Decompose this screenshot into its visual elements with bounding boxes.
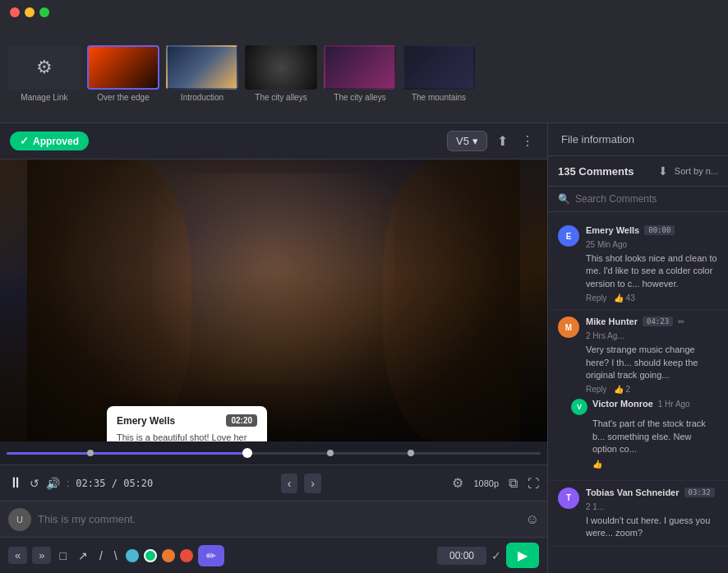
pencil-button[interactable]: ✏ <box>198 545 224 566</box>
pause-button[interactable]: ⏸ <box>8 474 23 492</box>
tooltip-time-badge: 02:20 <box>226 414 257 427</box>
time-slash: / <box>112 478 123 489</box>
prev-frame-button[interactable]: ‹ <box>281 474 298 493</box>
maximize-dot[interactable] <box>39 7 49 17</box>
file-info-header: File information <box>548 123 728 156</box>
like-count-1: 43 <box>626 293 635 303</box>
more-options-button[interactable]: ⋮ <box>518 130 537 152</box>
volume-button[interactable]: 🔊 <box>46 477 60 490</box>
thumbnail-img-city1 <box>245 45 317 90</box>
comment-body-3: I wouldn't cut here. I guess you were...… <box>586 515 718 540</box>
avatar-victor: V <box>571 399 587 415</box>
settings-button[interactable]: ⚙ <box>449 472 467 494</box>
share-button[interactable]: ⬆ <box>494 130 511 152</box>
sub-age: 1 Hr Ago <box>658 400 690 409</box>
avatar-tobias: T <box>558 488 579 509</box>
playback-controls: ⏸ ↺ 🔊 : 02:35 / 05:20 ‹ › ⚙ 1080p ⧉ ⛶ <box>0 464 547 501</box>
time-field-input[interactable] <box>437 547 486 565</box>
arrow-tool-button[interactable]: ↗ <box>75 546 91 566</box>
thumbnail-item-introduction[interactable]: Introduction <box>166 45 238 102</box>
thumbs-up-icon-sub: 👍 <box>592 460 602 469</box>
sub-like-button[interactable]: 👍 <box>592 460 602 469</box>
reply-button-2[interactable]: Reply <box>586 385 607 394</box>
timeline-progress <box>7 452 247 455</box>
thumbnail-img-city2 <box>324 45 396 90</box>
timeline-bar[interactable] <box>7 452 541 455</box>
sub-comment-meta: Victor Monroe 1 Hr Ago <box>592 399 708 409</box>
search-comments-input[interactable] <box>575 193 718 205</box>
minimize-dot[interactable] <box>25 7 35 17</box>
like-button-1[interactable]: 👍 43 <box>614 293 635 303</box>
color-red[interactable] <box>180 549 193 562</box>
pencil-icon: ✏ <box>206 549 216 562</box>
user-row-1: Emery Wells 00:00 25 Min Ago <box>586 225 718 249</box>
comments-search: 🔍 <box>548 187 728 212</box>
comment-actions-1: Reply 👍 43 <box>586 293 718 303</box>
timeline-dot-2 <box>327 450 334 456</box>
timeline-area[interactable] <box>0 441 547 464</box>
color-cyan[interactable] <box>126 549 139 562</box>
like-button-2[interactable]: 👍 2 <box>614 385 631 394</box>
thumbnail-item-mountains[interactable]: The mountains <box>403 45 475 102</box>
comment-input[interactable] <box>38 513 519 525</box>
sort-button[interactable]: Sort by n... <box>675 166 718 176</box>
age-3: 2 1... <box>586 502 604 511</box>
timestamp-badge-2: 04:23 <box>643 317 673 326</box>
version-selector[interactable]: V5 ▾ <box>447 131 487 151</box>
thumbnail-label-mountains: The mountains <box>412 93 466 102</box>
thumbnail-img-intro <box>166 45 238 90</box>
portrait-overlay <box>0 159 547 441</box>
approved-badge[interactable]: ✓ Approved <box>10 132 89 150</box>
version-label: V5 <box>456 135 469 147</box>
color-green[interactable] <box>144 549 157 562</box>
video-panel: ✓ Approved V5 ▾ ⬆ ⋮ <box>0 123 547 573</box>
comment-meta-1: Emery Wells 00:00 25 Min Ago <box>586 225 718 249</box>
fullscreen-button[interactable]: ⛶ <box>528 477 539 490</box>
rect-tool-button[interactable]: □ <box>56 546 69 566</box>
pip-button[interactable]: ⧉ <box>505 473 521 494</box>
username-3: Tobias Van Schneider <box>586 488 680 497</box>
reply-button-1[interactable]: Reply <box>586 293 607 303</box>
submit-button[interactable]: ▶ <box>506 543 539 568</box>
thumbnail-item-manage-link[interactable]: ⚙ Manage Link <box>8 45 81 102</box>
thumbnail-label-city2: The city alleys <box>334 93 385 102</box>
thumbnail-item-city1[interactable]: The city alleys <box>245 45 317 102</box>
video-controls-bar: ✓ Approved V5 ▾ ⬆ ⋮ <box>0 123 547 159</box>
thumbnail-item-over-edge[interactable]: Over the edge <box>87 45 159 102</box>
comment-header-3: T Tobias Van Schneider 03:32 2 1... <box>558 488 718 511</box>
download-button[interactable]: ⬇ <box>658 164 668 178</box>
sub-comment-body: That's part of the stock track b... some… <box>592 418 708 455</box>
thumbnail-label-intro: Introduction <box>181 93 223 102</box>
check-icon: ✓ <box>491 549 501 562</box>
timeline-dot-1 <box>87 450 94 456</box>
color-orange[interactable] <box>162 549 175 562</box>
next-frame-button[interactable]: › <box>304 474 321 493</box>
comment-tooltip: Emery Wells 02:20 This is a beautiful sh… <box>107 406 267 441</box>
check-button[interactable]: ✓ <box>491 549 501 562</box>
undo-button[interactable]: « <box>8 547 27 564</box>
comment-body-1: This shot looks nice and clean to me. I'… <box>586 252 718 290</box>
pen-tool-button[interactable]: / <box>96 546 106 566</box>
redo-button[interactable]: » <box>32 547 51 564</box>
emoji-button[interactable]: ☺ <box>526 512 539 527</box>
comment-header-2: M Mike Hunter 04:23 ✏ 2 Hrs Ag... <box>558 317 718 340</box>
line-tool-button[interactable]: \ <box>111 546 121 566</box>
sub-comment-header: V Victor Monroe 1 Hr Ago <box>571 399 708 415</box>
loop-button[interactable]: ↺ <box>30 477 39 490</box>
tooltip-header: Emery Wells 02:20 <box>117 414 257 427</box>
submit-icon: ▶ <box>518 548 528 562</box>
comment-header-1: E Emery Wells 00:00 25 Min Ago <box>558 225 718 249</box>
quality-button[interactable]: 1080p <box>473 478 499 488</box>
thumbnail-img-over-edge <box>87 45 159 90</box>
avatar-label: U <box>16 515 23 524</box>
thumbnail-item-city2[interactable]: The city alleys <box>324 45 396 102</box>
thumbs-up-icon-2: 👍 <box>614 385 624 394</box>
thumbs-up-icon-1: 👍 <box>614 293 624 303</box>
close-dot[interactable] <box>10 7 20 17</box>
video-viewport[interactable]: Emery Wells 02:20 This is a beautiful sh… <box>0 159 547 441</box>
timestamp-badge-1: 00:00 <box>644 225 675 235</box>
time-separator: : <box>67 478 69 489</box>
quality-label: 1080p <box>473 478 499 488</box>
comment-body-2: Very strange music change here? I th... … <box>586 344 718 381</box>
right-panel: File information 135 Comments ⬇ Sort by … <box>547 123 728 573</box>
